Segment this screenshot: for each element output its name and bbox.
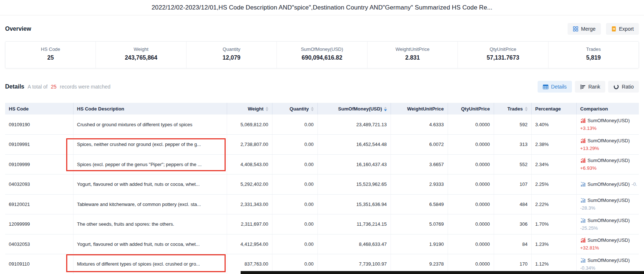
titlebar: 2022/12/02-2023/12/01,HS Code Descriptio… [0, 0, 644, 15]
cell-sum-of-money: 16,452,544.48 [317, 135, 391, 155]
comparison-change: +13.29% [580, 144, 636, 152]
stat-value: 690,094,616.82 [277, 55, 367, 61]
cell-percentage: 2.34% [531, 154, 576, 174]
column-header-trades[interactable]: Trades [494, 103, 531, 115]
cell-weight-unit-price: 6.0072 [391, 135, 448, 155]
stat-label: Trades [549, 46, 639, 52]
export-button[interactable]: Export [606, 23, 639, 35]
overview-stat: Weight243,765,864 [96, 42, 186, 68]
chart-up-icon [580, 118, 586, 123]
cell-qty-unit-price: 0.0000 [448, 135, 494, 155]
column-label: Percentage [535, 106, 561, 112]
comparison-metric-label: SumOfMoney(USD) [588, 196, 630, 204]
cell-description: Crushed or ground mixtures of different … [73, 115, 227, 135]
view-details-button-label: Details [551, 84, 567, 90]
table-row[interactable]: 04032053Yogurt, flavoured or with added … [5, 234, 639, 254]
cell-sum-of-money: 23,489,721.13 [317, 115, 391, 135]
chart-down-icon [580, 218, 586, 223]
column-header-weight-unit-price: WeightUnitPrice [391, 103, 448, 115]
sort-control[interactable] [384, 107, 387, 111]
table-row[interactable]: 69120021Tableware and kitchenware, of co… [5, 194, 639, 214]
report-page: 2022/12/02-2023/12/01,HS Code Descriptio… [0, 0, 644, 274]
sort-control[interactable] [311, 107, 314, 111]
comparison-metric-label: SumOfMoney(USD) [588, 256, 630, 264]
column-header-weight[interactable]: Weight [227, 103, 272, 115]
details-heading: Details [5, 83, 24, 90]
stat-value: 57,131.7673 [458, 55, 548, 61]
cell-percentage: 3.40% [531, 115, 576, 135]
details-table-icon [543, 84, 549, 90]
sort-control[interactable] [525, 107, 528, 111]
merge-button-label: Merge [581, 26, 596, 32]
overview-stat: Quantity12,079 [187, 42, 277, 68]
comparison-change: -0.34% [580, 264, 636, 272]
chart-down-icon [580, 181, 586, 187]
comparison-change: +6.93% [580, 164, 636, 172]
cell-comparison: SumOfMoney(USD)+6.93% [576, 154, 639, 174]
column-label: Weight [248, 106, 263, 112]
overview-stat: QtyUnitPrice57,131.7673 [458, 42, 548, 68]
cell-sum-of-money: 8,468,633.47 [317, 234, 391, 254]
export-file-icon [611, 26, 617, 32]
details-header-row: Details A total of 25 records were match… [5, 81, 639, 93]
cell-comparison: SumOfMoney(USD)-0. [576, 174, 639, 195]
column-header-sum-of-money[interactable]: SumOfMoney(USD) [317, 103, 391, 115]
details-summary: Details A total of 25 records were match… [5, 83, 110, 90]
table-row[interactable]: 12099999The other seeds, fruits and spor… [5, 214, 639, 234]
comparison-metric-label: SumOfMoney(USD) [588, 217, 630, 224]
cell-trades: 306 [494, 214, 531, 234]
cell-comparison: SumOfMoney(USD)-25.25% [576, 214, 639, 234]
column-label: QtyUnitPrice [461, 106, 490, 112]
view-ratio-button-label: Ratio [622, 84, 634, 90]
stat-label: HS Code [5, 46, 95, 52]
cell-weight-unit-price: 3.6657 [391, 154, 448, 174]
matched-record-count: 25 [51, 84, 57, 90]
column-label: HS Code Description [77, 106, 124, 112]
cell-trades: 313 [494, 135, 531, 155]
cell-comparison: SumOfMoney(USD)+13.29% [576, 135, 639, 155]
cell-hs-code: 04032093 [5, 174, 73, 195]
column-header-description: HS Code Description [73, 103, 227, 115]
cell-quantity: 0.00 [272, 214, 317, 234]
cell-weight: 4,408,543.00 [227, 154, 272, 174]
sort-asc-icon [311, 107, 314, 109]
column-header-percentage: Percentage [531, 103, 576, 115]
cell-percentage: 1.70% [531, 214, 576, 234]
cell-weight: 5,069,812.00 [227, 115, 272, 135]
sort-control[interactable] [265, 107, 268, 111]
cell-sum-of-money: 16,160,437.43 [317, 154, 391, 174]
comparison-change: -25.25% [580, 224, 636, 232]
comparison-change: -0. [632, 180, 637, 188]
overview-heading: Overview [5, 26, 31, 32]
stat-label: Weight [96, 46, 186, 52]
cell-weight: 2,311,697.00 [227, 214, 272, 234]
rank-bars-icon [580, 84, 586, 90]
view-rank-button-label: Rank [588, 84, 600, 90]
chart-down-icon [580, 258, 586, 263]
cell-weight: 2,331,343.00 [227, 194, 272, 214]
table-row[interactable]: 09109190Crushed or ground mixtures of di… [5, 115, 639, 135]
table-row[interactable]: 04032093Yogurt, flavoured or with added … [5, 174, 639, 195]
view-rank-button[interactable]: Rank [575, 81, 606, 93]
table-row[interactable]: 09109991Spices, neither crushed nor grou… [5, 135, 639, 155]
cell-weight: 5,292,402.00 [227, 174, 272, 195]
overview-stat: HS Code25 [5, 42, 96, 68]
cell-trades: 552 [494, 154, 531, 174]
page-title: 2022/12/02-2023/12/01,HS Code Descriptio… [152, 4, 493, 11]
view-details-button[interactable]: Details [538, 81, 572, 93]
cell-trades: 592 [494, 115, 531, 135]
column-header-quantity[interactable]: Quantity [272, 103, 317, 115]
cell-hs-code: 12099999 [5, 214, 73, 234]
view-ratio-button[interactable]: Ratio [608, 81, 639, 93]
comparison-metric-label: SumOfMoney(USD) [588, 137, 630, 144]
cell-description: Mixtures of different types of spices (e… [73, 254, 227, 274]
cell-comparison: SumOfMoney(USD)+3.13% [576, 115, 639, 135]
export-button-label: Export [619, 26, 634, 32]
column-label: Trades [508, 106, 523, 112]
merge-button[interactable]: Merge [568, 23, 601, 35]
cell-percentage: 2.38% [531, 135, 576, 155]
cell-hs-code: 04032053 [5, 234, 73, 254]
cell-qty-unit-price: 0.0000 [448, 194, 494, 214]
stat-value: 2.831 [368, 55, 457, 61]
table-row[interactable]: 09109999Spices (excl. pepper of the genu… [5, 154, 639, 174]
